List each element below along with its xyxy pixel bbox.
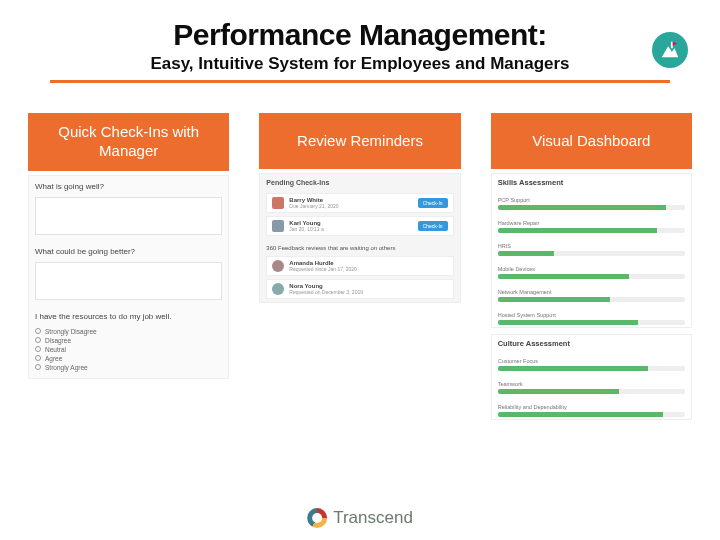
checkin-card[interactable]: Karl Young Jan 20, 10:11 a Check-In bbox=[266, 216, 453, 236]
progress-bar bbox=[498, 412, 685, 417]
svg-rect-0 bbox=[671, 42, 673, 48]
checkin-button[interactable]: Check-In bbox=[418, 198, 448, 208]
progress-bar bbox=[498, 274, 685, 279]
culture-title: Culture Assessment bbox=[492, 335, 691, 350]
brand-logo: Transcend bbox=[307, 508, 413, 528]
column-checkins: Quick Check-Ins with Manager What is goi… bbox=[28, 113, 229, 420]
column-title: Review Reminders bbox=[259, 113, 460, 169]
avatar-icon bbox=[272, 197, 284, 209]
skills-assessment-panel: Skills Assessment PCP SupportHardware Re… bbox=[491, 173, 692, 328]
radio-icon bbox=[35, 328, 41, 334]
feedback-card[interactable]: Amanda Hurdle Requested since Jan 17, 20… bbox=[266, 256, 453, 276]
page-title: Performance Management: bbox=[50, 18, 670, 52]
feedback-waiting-title: 360 Feedback reviews that are waiting on… bbox=[260, 239, 459, 253]
skill-row: PCP Support bbox=[492, 189, 691, 212]
likert-option[interactable]: Strongly Disagree bbox=[35, 327, 222, 336]
skill-label: HRIS bbox=[498, 243, 685, 249]
due-date: Due January 21, 2020 bbox=[289, 203, 412, 209]
radio-icon bbox=[35, 346, 41, 352]
column-dashboard: Visual Dashboard Skills Assessment PCP S… bbox=[491, 113, 692, 420]
pending-title: Pending Check-Ins bbox=[260, 174, 459, 190]
reminders-panel: Pending Check-Ins Barry White Due Januar… bbox=[259, 173, 460, 303]
progress-bar bbox=[498, 205, 685, 210]
page-subtitle: Easy, Intuitive System for Employees and… bbox=[50, 54, 670, 74]
brand-name: Transcend bbox=[333, 508, 413, 528]
progress-bar bbox=[498, 251, 685, 256]
skill-label: Reliability and Dependability bbox=[498, 404, 685, 410]
skill-label: Network Management bbox=[498, 289, 685, 295]
mountain-flag-icon bbox=[652, 32, 688, 68]
answer-area-2[interactable] bbox=[35, 262, 222, 300]
skill-row: Teamwork bbox=[492, 373, 691, 396]
radio-icon bbox=[35, 337, 41, 343]
progress-bar bbox=[498, 297, 685, 302]
due-date: Jan 20, 10:11 a bbox=[289, 226, 412, 232]
answer-area-1[interactable] bbox=[35, 197, 222, 235]
skill-row: HRIS bbox=[492, 235, 691, 258]
requested-date: Requested on December 3, 2019 bbox=[289, 289, 447, 295]
skill-label: Teamwork bbox=[498, 381, 685, 387]
radio-icon bbox=[35, 364, 41, 370]
requested-date: Requested since Jan 17, 2020 bbox=[289, 266, 447, 272]
progress-bar bbox=[498, 320, 685, 325]
progress-bar bbox=[498, 366, 685, 371]
likert-option[interactable]: Disagree bbox=[35, 336, 222, 345]
question-3: I have the resources to do my job well. bbox=[29, 306, 228, 323]
checkin-form-preview: What is going well? What could be going … bbox=[28, 175, 229, 379]
skill-row: Customer Focus bbox=[492, 350, 691, 373]
skill-row: Mobile Devices bbox=[492, 258, 691, 281]
column-reminders: Review Reminders Pending Check-Ins Barry… bbox=[259, 113, 460, 420]
likert-option[interactable]: Strongly Agree bbox=[35, 363, 222, 372]
checkin-card[interactable]: Barry White Due January 21, 2020 Check-I… bbox=[266, 193, 453, 213]
skill-label: PCP Support bbox=[498, 197, 685, 203]
skill-row: Network Management bbox=[492, 281, 691, 304]
avatar-icon bbox=[272, 283, 284, 295]
likert-options: Strongly Disagree Disagree Neutral Agree… bbox=[29, 323, 228, 378]
checkin-button[interactable]: Check-In bbox=[418, 221, 448, 231]
progress-bar bbox=[498, 389, 685, 394]
skill-label: Hardware Repair bbox=[498, 220, 685, 226]
question-1: What is going well? bbox=[29, 176, 228, 193]
skills-title: Skills Assessment bbox=[492, 174, 691, 189]
feedback-card[interactable]: Nora Young Requested on December 3, 2019 bbox=[266, 279, 453, 299]
radio-icon bbox=[35, 355, 41, 361]
question-2: What could be going better? bbox=[29, 241, 228, 258]
likert-option[interactable]: Neutral bbox=[35, 345, 222, 354]
skill-label: Customer Focus bbox=[498, 358, 685, 364]
skill-row: Reliability and Dependability bbox=[492, 396, 691, 419]
column-title: Quick Check-Ins with Manager bbox=[28, 113, 229, 171]
culture-assessment-panel: Culture Assessment Customer FocusTeamwor… bbox=[491, 334, 692, 420]
skill-label: Hosted System Support bbox=[498, 312, 685, 318]
progress-bar bbox=[498, 228, 685, 233]
avatar-icon bbox=[272, 260, 284, 272]
skill-label: Mobile Devices bbox=[498, 266, 685, 272]
skill-row: Hosted System Support bbox=[492, 304, 691, 327]
skill-row: Hardware Repair bbox=[492, 212, 691, 235]
avatar-icon bbox=[272, 220, 284, 232]
brand-mark-icon bbox=[307, 508, 327, 528]
likert-option[interactable]: Agree bbox=[35, 354, 222, 363]
column-title: Visual Dashboard bbox=[491, 113, 692, 169]
